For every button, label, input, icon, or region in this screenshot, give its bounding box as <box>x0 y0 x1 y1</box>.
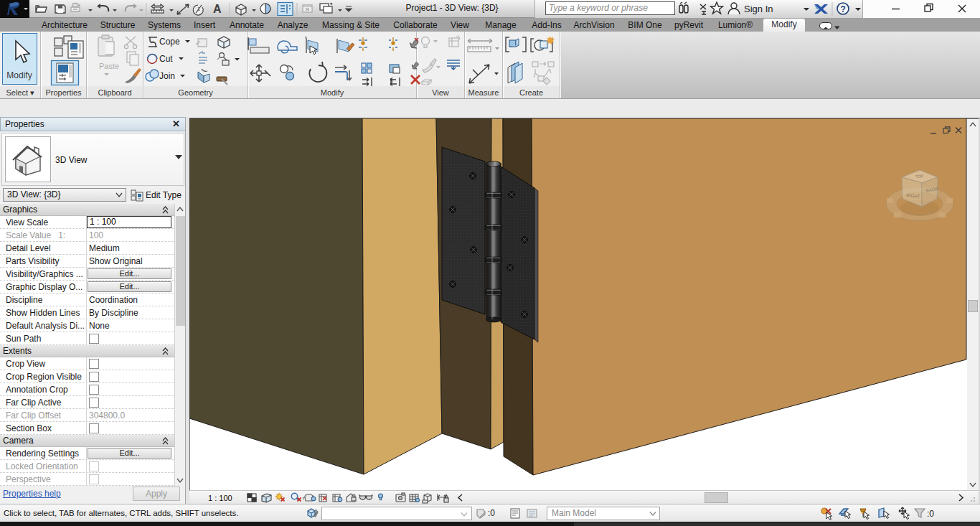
svg-text:A: A <box>213 3 222 15</box>
svg-text:Cut: Cut <box>159 54 173 64</box>
svg-text:Join: Join <box>159 71 175 81</box>
svg-text::0: :0 <box>927 509 934 519</box>
svg-text:Cope: Cope <box>159 37 180 47</box>
svg-text:1: 1 <box>197 6 200 11</box>
svg-text:?: ? <box>841 4 846 14</box>
svg-text:TOP: TOP <box>915 174 924 179</box>
svg-text:Paste: Paste <box>99 62 119 70</box>
svg-text:Sign In: Sign In <box>744 4 773 14</box>
